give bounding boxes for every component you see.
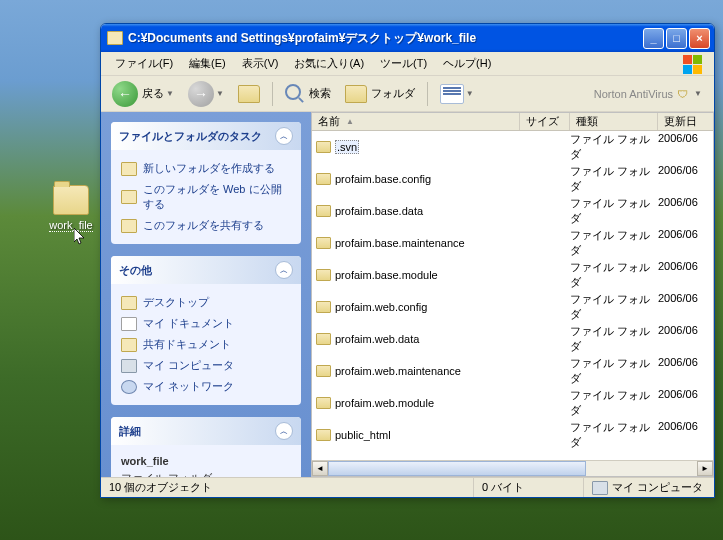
titlebar[interactable]: C:¥Documents and Settings¥profaim¥デスクトップ…: [101, 24, 714, 52]
dropdown-icon: ▼: [466, 89, 474, 98]
file-type: ファイル フォルダ: [570, 196, 658, 226]
file-date: 2006/06: [658, 324, 713, 354]
file-name: .svn: [335, 140, 359, 154]
forward-button[interactable]: → ▼: [183, 78, 229, 110]
file-size: [520, 164, 570, 194]
detail-panel-header[interactable]: 詳細 ︿: [111, 417, 301, 445]
other-panel: その他 ︿ デスクトップマイ ドキュメント共有ドキュメントマイ コンピュータマイ…: [111, 256, 301, 405]
folders-button[interactable]: フォルダ: [340, 82, 420, 106]
task-item[interactable]: このフォルダを Web に公開する: [121, 179, 291, 215]
separator: [272, 82, 273, 106]
folder-icon: [316, 365, 331, 377]
folder-icon: [316, 173, 331, 185]
detail-name: work_file: [121, 453, 291, 469]
menu-view[interactable]: 表示(V): [234, 53, 287, 74]
col-name[interactable]: 名前 ▲: [312, 113, 520, 130]
place-item[interactable]: マイ ネットワーク: [121, 376, 291, 397]
status-bytes: 0 バイト: [474, 478, 584, 497]
file-type: ファイル フォルダ: [570, 164, 658, 194]
tasks-panel-header[interactable]: ファイルとフォルダのタスク ︿: [111, 122, 301, 150]
status-location: マイ コンピュータ: [584, 478, 714, 497]
file-row[interactable]: profaim.base.dataファイル フォルダ2006/06: [312, 195, 713, 227]
file-name: profaim.web.config: [335, 301, 427, 313]
file-name: profaim.base.module: [335, 269, 438, 281]
tasks-title: ファイルとフォルダのタスク: [119, 129, 262, 144]
menu-edit[interactable]: 編集(E): [181, 53, 234, 74]
menu-tools[interactable]: ツール(T): [372, 53, 435, 74]
up-button[interactable]: [233, 82, 265, 106]
task-item[interactable]: このフォルダを共有する: [121, 215, 291, 236]
file-type: ファイル フォルダ: [570, 132, 658, 162]
place-item[interactable]: 共有ドキュメント: [121, 334, 291, 355]
file-type: ファイル フォルダ: [570, 324, 658, 354]
back-button[interactable]: ← 戻る ▼: [107, 78, 179, 110]
folders-label: フォルダ: [371, 86, 415, 101]
search-button[interactable]: 検索: [280, 81, 336, 107]
separator: [427, 82, 428, 106]
place-label: マイ ネットワーク: [143, 379, 234, 394]
sidebar: ファイルとフォルダのタスク ︿ 新しいフォルダを作成するこのフォルダを Web …: [101, 112, 311, 477]
dropdown-icon: ▼: [694, 89, 702, 98]
place-label: デスクトップ: [143, 295, 209, 310]
task-label: このフォルダを Web に公開する: [143, 182, 291, 212]
file-row[interactable]: .svnファイル フォルダ2006/06: [312, 131, 713, 163]
folder-icon: [121, 190, 137, 204]
place-item[interactable]: マイ ドキュメント: [121, 313, 291, 334]
maximize-button[interactable]: □: [666, 28, 687, 49]
file-row[interactable]: public_htmlファイル フォルダ2006/06: [312, 419, 713, 451]
scroll-right-icon[interactable]: ►: [697, 461, 713, 476]
file-name: profaim.web.module: [335, 397, 434, 409]
tasks-panel: ファイルとフォルダのタスク ︿ 新しいフォルダを作成するこのフォルダを Web …: [111, 122, 301, 244]
place-item[interactable]: マイ コンピュータ: [121, 355, 291, 376]
file-type: ファイル フォルダ: [570, 228, 658, 258]
file-row[interactable]: profaim.base.moduleファイル フォルダ2006/06: [312, 259, 713, 291]
file-row[interactable]: profaim.web.configファイル フォルダ2006/06: [312, 291, 713, 323]
col-date[interactable]: 更新日: [658, 113, 713, 130]
desktop-folder-workfile[interactable]: work_file: [36, 185, 106, 232]
col-type[interactable]: 種類: [570, 113, 658, 130]
task-item[interactable]: 新しいフォルダを作成する: [121, 158, 291, 179]
minimize-button[interactable]: _: [643, 28, 664, 49]
scroll-left-icon[interactable]: ◄: [312, 461, 328, 476]
file-date: 2006/06: [658, 356, 713, 386]
scroll-track[interactable]: [328, 461, 697, 476]
file-row[interactable]: profaim.web.dataファイル フォルダ2006/06: [312, 323, 713, 355]
file-name: profaim.base.maintenance: [335, 237, 465, 249]
scroll-thumb[interactable]: [328, 461, 586, 476]
menu-file[interactable]: ファイル(F): [107, 53, 181, 74]
file-list[interactable]: .svnファイル フォルダ2006/06profaim.base.configフ…: [312, 131, 713, 460]
norton-antivirus[interactable]: Norton AntiVirus 🛡 ▼: [594, 88, 708, 100]
file-size: [520, 292, 570, 322]
col-size[interactable]: サイズ: [520, 113, 570, 130]
detail-title: 詳細: [119, 424, 141, 439]
other-panel-header[interactable]: その他 ︿: [111, 256, 301, 284]
file-size: [520, 356, 570, 386]
place-item[interactable]: デスクトップ: [121, 292, 291, 313]
horizontal-scrollbar[interactable]: ◄ ►: [312, 460, 713, 476]
file-date: 2006/06: [658, 388, 713, 418]
folder-icon: [316, 397, 331, 409]
forward-arrow-icon: →: [188, 81, 214, 107]
task-label: 新しいフォルダを作成する: [143, 161, 275, 176]
file-size: [520, 260, 570, 290]
close-button[interactable]: ×: [689, 28, 710, 49]
file-date: 2006/06: [658, 164, 713, 194]
file-size: [520, 388, 570, 418]
views-button[interactable]: ▼: [435, 81, 479, 107]
file-row[interactable]: profaim.web.moduleファイル フォルダ2006/06: [312, 387, 713, 419]
menu-favorites[interactable]: お気に入り(A): [286, 53, 372, 74]
statusbar: 10 個のオブジェクト 0 バイト マイ コンピュータ: [101, 477, 714, 497]
menu-help[interactable]: ヘルプ(H): [435, 53, 499, 74]
file-name: public_html: [335, 429, 391, 441]
file-row[interactable]: profaim.base.configファイル フォルダ2006/06: [312, 163, 713, 195]
file-name: profaim.web.data: [335, 333, 419, 345]
search-label: 検索: [309, 86, 331, 101]
file-row[interactable]: profaim.base.maintenanceファイル フォルダ2006/06: [312, 227, 713, 259]
folder-icon: [345, 85, 367, 103]
folder-icon: [316, 333, 331, 345]
folder-icon: [53, 185, 89, 215]
file-row[interactable]: profaim.web.maintenanceファイル フォルダ2006/06: [312, 355, 713, 387]
file-date: 2006/06: [658, 196, 713, 226]
file-name: profaim.base.config: [335, 173, 431, 185]
file-type: ファイル フォルダ: [570, 292, 658, 322]
